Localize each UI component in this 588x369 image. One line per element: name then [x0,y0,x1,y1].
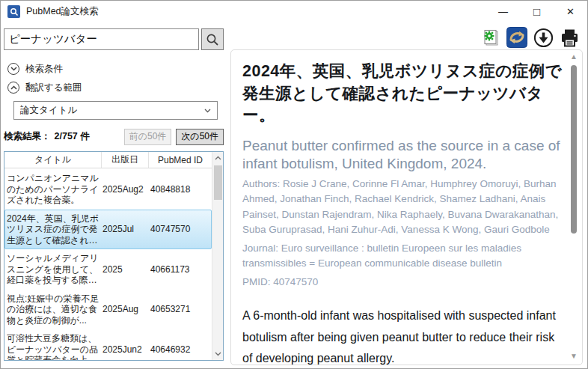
search-button[interactable] [201,28,224,50]
scrollbar-thumb[interactable] [571,65,577,234]
minimize-button[interactable]: — [486,1,520,22]
print-button[interactable] [559,27,580,48]
row-date: 2025Jun2 [102,344,150,355]
expander-label: 検索条件 [25,63,63,76]
results-row: 検索結果： 2/757 件 前の50件 次の50件 [4,128,224,145]
expander-search-conditions[interactable]: 検索条件 [7,62,224,76]
search-input[interactable] [4,28,199,50]
scroll-down-icon[interactable]: ▼ [570,353,578,362]
article-title-en: Peanut butter confirmed as the source in… [242,137,563,174]
row-date: 2025Aug2 [102,184,150,195]
article-title-ja: 2024年、英国、乳児ボツリヌス症の症例で発生源として確認されたピーナッツバター… [242,61,563,127]
download-button[interactable] [533,27,554,48]
row-pmid: 40646932 [150,344,212,355]
chevron-up-icon [7,82,19,94]
table-row[interactable]: 2024年、英国、乳児ボツリヌス症の症例で発生源として確認されたピ... 202… [4,210,212,250]
column-header-date[interactable]: 出版日 [102,152,149,168]
left-panel: 検索条件 翻訳する範囲 論文タイトル 検索結果： 2/757 件 前の50件 次 [1,22,227,368]
results-table: タイトル 出版日 PubMed ID コンパニオンアニマルのためのパーソナライズ… [4,151,224,361]
maximize-button[interactable]: □ [520,1,554,22]
row-date: 2025Aug [102,304,150,314]
book-search-icon [10,7,19,16]
scroll-up-icon[interactable]: ▲ [570,53,578,62]
expander-translate-scope[interactable]: 翻訳する範囲 [7,81,224,94]
results-count: 2/757 件 [55,130,90,143]
row-title: 可溶性大豆多糖類は、ピーナッツバターの品質と貯蔵寿命を向上させ... [7,333,102,360]
next-50-button[interactable]: 次の50件 [176,129,224,145]
results-label: 検索結果： [4,130,51,143]
row-pmid: 40653271 [150,304,212,314]
results-table-body: コンパニオンアニマルのためのパーソナライズされた複合薬。 2025Aug2 40… [4,168,212,360]
results-table-header: タイトル 出版日 PubMed ID [4,152,212,168]
translate-scope-select[interactable]: 論文タイトル [13,101,218,120]
results-table-scrollbar[interactable] [212,152,223,360]
article-journal: Journal: Euro surveillance : bulletin Eu… [242,241,563,272]
chevron-down-icon [204,109,211,113]
search-icon [206,33,219,46]
main-area: 検索条件 翻訳する範囲 論文タイトル 検索結果： 2/757 件 前の50件 次 [1,22,587,368]
right-panel: 2024年、英国、乳児ボツリヌス症の症例で発生源として確認されたピーナッツバター… [227,22,587,368]
app-icon [7,5,20,18]
translate-scope-value: 論文タイトル [20,104,204,117]
search-row [4,28,224,50]
close-button[interactable]: ✕ [554,1,587,22]
translate-button[interactable] [506,27,527,48]
printer-icon [560,28,580,48]
title-bar: PubMed論文検索 — □ ✕ [1,1,587,22]
scrollbar-thumb[interactable] [214,165,222,200]
article-authors: Authors: Rosie J Crane, Corinne Fl Amar,… [242,177,563,238]
scroll-down-icon[interactable] [212,348,223,360]
article-abstract: A 6-month-old infant was hospitalised wi… [242,305,563,365]
article-pmid: PMID: 40747570 [242,275,563,290]
row-pmid: 40661173 [150,264,212,275]
prev-50-button[interactable]: 前の50件 [124,129,172,145]
row-date: 2025 [102,264,150,275]
download-icon [533,28,554,48]
article-scrollbar[interactable]: ▲ ▼ [569,53,579,362]
table-row[interactable]: 視点:妊娠中の栄養不足の治療には、適切な食物と炎症の制御が... 2025Aug… [4,290,212,330]
table-row[interactable]: 可溶性大豆多糖類は、ピーナッツバターの品質と貯蔵寿命を向上させ... 2025J… [4,329,212,360]
article-panel: 2024年、英国、乳児ボツリヌス症の症例で発生源として確認されたピーナッツバター… [230,49,583,365]
app-window: PubMed論文検索 — □ ✕ 検索条件 [0,0,588,369]
toolbar [230,22,583,49]
scroll-up-icon[interactable] [212,152,223,164]
row-title: コンパニオンアニマルのためのパーソナライズされた複合薬。 [7,173,102,206]
scrollbar-track[interactable] [569,62,579,353]
row-pmid: 40747570 [150,224,211,234]
expander-label: 翻訳する範囲 [25,82,82,94]
row-date: 2025Jul [102,224,150,234]
chevron-down-icon [7,63,19,75]
results-table-main: タイトル 出版日 PubMed ID コンパニオンアニマルのためのパーソナライズ… [4,152,212,360]
settings-gear-icon [481,28,500,47]
settings-button[interactable] [480,27,501,48]
translate-icon [506,27,527,48]
row-title: 2024年、英国、乳児ボツリヌス症の症例で発生源として確認されたピ... [7,213,102,246]
row-pmid: 40848818 [150,184,212,195]
row-title: 視点:妊娠中の栄養不足の治療には、適切な食物と炎症の制御が... [7,293,102,326]
row-title: ソーシャルメディアリスニングを使用して、経口薬を投与する際に世界中... [7,253,102,286]
column-header-pmid[interactable]: PubMed ID [149,152,212,168]
table-row[interactable]: コンパニオンアニマルのためのパーソナライズされた複合薬。 2025Aug2 40… [4,169,212,210]
column-header-title[interactable]: タイトル [4,152,102,168]
window-title: PubMed論文検索 [26,5,486,18]
table-row[interactable]: ソーシャルメディアリスニングを使用して、経口薬を投与する際に世界中... 202… [4,249,212,290]
